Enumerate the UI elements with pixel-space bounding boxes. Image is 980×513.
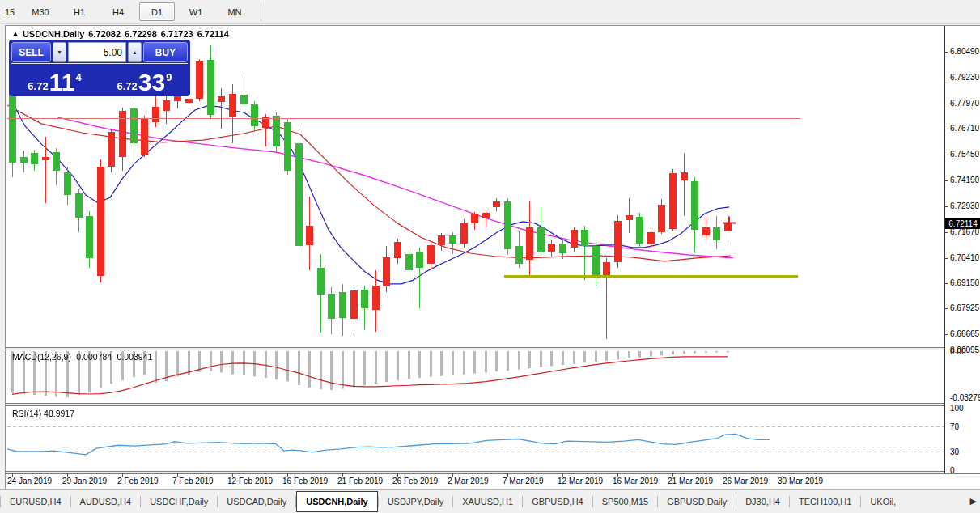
date-axis-label: 16 Feb 2019 (282, 477, 328, 485)
timeframe-button-h1[interactable]: H1 (62, 2, 97, 21)
timeframe-button-15[interactable]: 15 (0, 2, 19, 21)
date-axis-label: 16 Mar 2019 (613, 477, 658, 485)
ask-pip-digit: 9 (166, 72, 172, 83)
timeframe-button-m30[interactable]: M30 (23, 2, 58, 21)
date-axis-label: 7 Feb 2019 (172, 477, 214, 485)
tab-xauusd-h1[interactable]: XAUUSD,H1 (453, 493, 522, 511)
macd-indicator-label: MACD(12,26,9) -0.000784 -0.003941 (12, 352, 152, 362)
tab-usdcnh-daily[interactable]: USDCNH,Daily (296, 491, 377, 512)
volume-input[interactable] (68, 42, 126, 62)
tab-gbpusd-h4[interactable]: GBPUSD,H4 (523, 493, 592, 511)
price-axis-label: 6.72930 (950, 201, 979, 210)
sell-button[interactable]: SELL (11, 42, 51, 62)
date-axis-label: 12 Feb 2019 (227, 477, 273, 485)
timeframe-button-w1[interactable]: W1 (178, 2, 214, 21)
trade-controls-row: SELL ▼ ▲ BUY (11, 42, 188, 64)
price-axis-label: 6.76710 (950, 124, 979, 133)
price-tick (944, 52, 948, 53)
date-axis-label: 21 Mar 2019 (668, 477, 713, 485)
macd-axis-label: -0.032793 (950, 393, 980, 402)
chevron-up-icon: ▲ (132, 49, 138, 55)
price-axis-label: 6.66665 (950, 329, 979, 338)
tab-usdjpy-daily[interactable]: USDJPY,Daily (379, 493, 453, 511)
rsi-indicator-label: RSI(14) 48.9917 (12, 409, 74, 418)
bid-pip-digit: 4 (75, 72, 81, 83)
rsi-pane-canvas[interactable] (7, 406, 944, 471)
rsi-axis-label: 0 (950, 466, 955, 475)
tab-audusd-h4[interactable]: AUDUSD,H4 (71, 493, 141, 511)
price-tick (944, 334, 948, 335)
price-axis-label: 6.74190 (950, 176, 979, 184)
tab-dj30-h4[interactable]: DJ30,H4 (736, 493, 789, 511)
price-tick (944, 104, 948, 104)
price-axis-label: 6.67925 (950, 303, 979, 312)
date-axis-label: 26 Feb 2019 (392, 477, 438, 485)
timeframe-button-mn[interactable]: MN (217, 2, 252, 21)
ask-prefix: 6.72 (117, 81, 138, 91)
timeframe-button-h4[interactable]: H4 (100, 2, 136, 21)
chevron-down-icon: ▼ (57, 49, 62, 55)
buy-button[interactable]: BUY (143, 42, 188, 62)
current-price-badge: 6.72114 (945, 218, 980, 229)
timeframe-toolbar: 15M30H1H4D1W1MN (0, 0, 980, 24)
tab-usdcad-daily[interactable]: USDCAD,Daily (218, 493, 295, 511)
one-click-trading-panel: SELL ▼ ▲ BUY 6.72 11 4 6.72 33 9 (9, 40, 190, 96)
volume-spin-up-button[interactable]: ▲ (128, 42, 142, 62)
date-axis-label: 21 Feb 2019 (337, 477, 383, 485)
tab-eurusd-h4[interactable]: EURUSD,H4 (1, 493, 70, 511)
date-axis-label: 2 Feb 2019 (117, 477, 159, 485)
price-axis-label: 6.80490 (950, 47, 979, 56)
price-tick (944, 180, 948, 181)
quote-close: 6.72114 (197, 29, 229, 39)
tab-sp500-m15[interactable]: SP500,M15 (593, 493, 657, 511)
price-tick (944, 308, 948, 309)
date-axis-label: 29 Jan 2019 (62, 477, 107, 485)
chart-tab-bar: EURUSD,H4AUDUSD,H4USDCHF,DailyUSDCAD,Dai… (0, 489, 980, 513)
price-tick (944, 283, 948, 284)
price-axis-label: 6.79230 (950, 73, 979, 82)
ask-big-digits: 33 (138, 70, 165, 95)
pane-separator[interactable] (6, 471, 980, 474)
quote-row: 6.72 11 4 6.72 33 9 (11, 65, 188, 95)
date-axis-label: 24 Jan 2019 (7, 477, 52, 485)
tab-ukoil-[interactable]: UKOil, (861, 493, 905, 511)
tab-scroll-right-icon[interactable]: ▶ (970, 496, 977, 507)
tab-gbpusd-daily[interactable]: GBPUSD,Daily (658, 493, 736, 511)
rsi-axis-label: 70 (950, 422, 959, 431)
rsi-axis-label: 30 (950, 447, 959, 456)
price-axis-label: 6.77970 (950, 99, 979, 108)
price-tick (944, 232, 948, 233)
date-axis-label: 30 Mar 2019 (778, 477, 823, 485)
toolbar-divider (261, 3, 261, 21)
price-tick (944, 129, 948, 129)
date-axis-label: 2 Mar 2019 (448, 477, 489, 485)
price-tick (944, 206, 948, 207)
chart-tabs: EURUSD,H4AUDUSD,H4USDCHF,DailyUSDCAD,Dai… (0, 491, 905, 512)
price-axis-label: 6.75450 (950, 150, 979, 159)
price-axis-label: 6.69150 (950, 278, 979, 287)
chart-title: ▲ USDCNH,Daily 6.72082 6.72298 6.71723 6… (12, 29, 229, 39)
rsi-axis-label: 100 (950, 404, 964, 413)
price-tick (944, 155, 948, 155)
chart-window: 6.804906.792306.779706.767106.754506.741… (5, 25, 980, 490)
trading-terminal: 15M30H1H4D1W1MN 6.804906.792306.779706.7… (0, 0, 980, 513)
volume-dropdown-button[interactable]: ▼ (53, 42, 66, 62)
quote-low: 6.71723 (161, 29, 193, 39)
tab-tech100-h1[interactable]: TECH100,H1 (790, 493, 860, 511)
ask-price-display[interactable]: 6.72 33 9 (101, 65, 188, 95)
symbol-period-label: USDCNH,Daily (23, 29, 84, 39)
bid-prefix: 6.72 (28, 81, 48, 91)
macd-axis-label: 0.000953 (950, 346, 980, 354)
quote-open: 6.72082 (88, 29, 121, 39)
price-tick (944, 78, 948, 78)
date-axis-label: 7 Mar 2019 (503, 477, 544, 485)
collapse-triangle-icon[interactable]: ▲ (12, 30, 19, 37)
date-axis-label: 12 Mar 2019 (558, 477, 603, 485)
quote-high: 6.72298 (125, 29, 157, 39)
timeframe-button-d1[interactable]: D1 (139, 2, 175, 21)
timeframe-buttons: 15M30H1H4D1W1MN (0, 2, 254, 21)
bid-big-digits: 11 (49, 70, 75, 95)
price-axis-label: 6.70410 (950, 253, 979, 262)
bid-price-display[interactable]: 6.72 11 4 (11, 65, 98, 95)
tab-usdchf-daily[interactable]: USDCHF,Daily (141, 493, 217, 511)
